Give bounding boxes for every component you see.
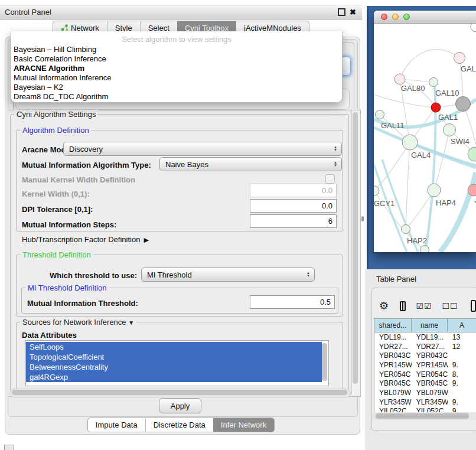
expanded-arrow-icon[interactable]: ▼	[128, 319, 134, 326]
dpi-tolerance-field[interactable]: 0.0	[250, 199, 337, 213]
data-attributes-list[interactable]: SelfLoopsTopologicalCoefficientBetweenne…	[25, 340, 329, 386]
network-node-hap2[interactable]	[402, 225, 410, 234]
column-header-name[interactable]: name	[412, 319, 448, 332]
table-row[interactable]: YPR145WYPR145W9.	[374, 360, 476, 370]
table-hscrollbar-thumb[interactable]	[376, 413, 469, 419]
aracne-mode-value: Discovery	[64, 145, 334, 154]
network-node-swi4[interactable]	[444, 124, 456, 136]
float-window-icon[interactable]	[338, 8, 345, 16]
close-traffic-light-icon[interactable]	[381, 14, 387, 20]
network-node-gal4[interactable]	[402, 135, 418, 150]
columns-icon[interactable]	[400, 301, 406, 311]
network-canvas[interactable]: GALGAL80GAL10GAL1SWI4GAL11GAL4GCY1HAP4YH…	[374, 24, 476, 252]
network-node-gal[interactable]	[454, 53, 465, 64]
table-cell: YPR145W	[412, 361, 448, 369]
apply-button[interactable]: Apply	[159, 398, 201, 413]
minimized-panel-icon[interactable]	[4, 445, 14, 450]
table-cell: YDL19...	[374, 333, 412, 341]
network-edge[interactable]	[400, 50, 459, 79]
network-node-gcy1[interactable]	[374, 186, 379, 195]
table-row[interactable]: YBL079WYBL079W	[374, 388, 476, 397]
kernel-width-field[interactable]: 0.0	[250, 184, 337, 197]
table-cell: 9.	[448, 379, 476, 387]
stepper-icon: ▲▼	[307, 272, 314, 278]
checked-boxes-icon[interactable]: ☑☑	[416, 301, 432, 311]
node-label-gcy1: GCY1	[374, 199, 395, 208]
table-cell: YBL079W	[374, 389, 412, 397]
attributes-scrollbar-thumb[interactable]	[322, 343, 327, 381]
bottom-tab-impute-data[interactable]: Impute Data	[88, 418, 145, 432]
tab-label: Infer Network	[221, 420, 266, 429]
sources-title[interactable]: Sources for Network Inference ▼	[20, 318, 136, 327]
document-icon[interactable]	[471, 300, 476, 312]
table-row[interactable]: YER054CYER054C8.	[374, 370, 476, 379]
mi-steps-field[interactable]: 6	[250, 214, 337, 228]
panel-splitter-handle[interactable]	[361, 216, 364, 221]
network-edge[interactable]	[406, 142, 410, 229]
algorithm-option[interactable]: ARACNE Algorithm	[11, 64, 342, 73]
screen: Control Panel ✖ NetworkStyleSelectCyni T…	[0, 0, 476, 450]
minimize-traffic-light-icon[interactable]	[392, 14, 399, 20]
mi-threshold-definition-title: MI Threshold Definition	[25, 283, 109, 292]
attribute-item-selected[interactable]: BetweennessCentrality	[26, 362, 322, 372]
node-label-gal10: GAL10	[435, 89, 459, 97]
table-panel-title: Table Panel	[376, 275, 416, 283]
node-label-gal80: GAL80	[401, 84, 425, 93]
table-row[interactable]: YBR043CYBR043C	[374, 351, 476, 360]
network-edge[interactable]	[434, 130, 449, 190]
aracne-mode-combo[interactable]: Discovery ▲▼	[63, 142, 342, 156]
network-node[interactable]	[468, 147, 476, 161]
network-edge[interactable]	[374, 164, 407, 252]
table-cell: YIL052C	[412, 407, 448, 412]
table-row[interactable]: YDL19...YDL19...13	[374, 332, 476, 342]
bottom-tab-discretize-data[interactable]: Discretize Data	[145, 418, 213, 432]
table-row[interactable]: YIL052CYIL052C9	[374, 407, 476, 413]
network-node-gal10[interactable]	[429, 78, 438, 87]
algorithm-option[interactable]: Bayesian – K2	[11, 83, 342, 92]
unchecked-boxes-icon[interactable]: ☐☐	[442, 301, 458, 311]
hub-definition-expander[interactable]: Hub/Transcription Factor Definition▶	[22, 235, 149, 244]
tab-label: Discretize Data	[154, 420, 206, 429]
manual-kernel-checkbox[interactable]	[325, 174, 335, 184]
node-label-hap4: HAP4	[436, 198, 456, 207]
mutual-info-threshold-field[interactable]: 0.5	[250, 295, 335, 309]
network-node-hap4[interactable]	[428, 184, 441, 197]
algorithm-option[interactable]: Mutual Information Inference	[11, 73, 342, 83]
table-cell: 13	[448, 333, 476, 341]
column-header-shared[interactable]: shared...	[374, 319, 412, 332]
network-node[interactable]	[420, 246, 429, 253]
network-node[interactable]	[456, 97, 471, 112]
network-window-titlebar[interactable]	[374, 11, 476, 24]
bottom-tab-infer-network[interactable]: Infer Network	[213, 418, 274, 432]
collapsed-arrow-icon[interactable]: ▶	[144, 236, 148, 243]
attribute-item-selected[interactable]: TopologicalCoefficient	[26, 352, 322, 362]
gear-icon[interactable]: ⚙	[379, 299, 389, 312]
close-icon[interactable]: ✖	[350, 8, 356, 17]
algorithm-dropdown-hint: Select algorithm to view settings	[11, 31, 342, 45]
algorithm-option[interactable]: Dream8 DC_TDC Algorithm	[11, 92, 342, 102]
table-row[interactable]: YDR27...YDR27...12	[374, 342, 476, 351]
network-node-gal11[interactable]	[376, 110, 384, 119]
zoom-traffic-light-icon[interactable]	[403, 14, 410, 20]
network-canvas-svg[interactable]: GALGAL80GAL10GAL1SWI4GAL11GAL4GCY1HAP4YH…	[374, 24, 476, 252]
network-node[interactable]	[471, 24, 476, 32]
attribute-item-selected[interactable]: SelfLoops	[26, 342, 322, 352]
algorithm-option[interactable]: Basic Correlation Inference	[11, 54, 342, 64]
table-row[interactable]: YLR345WYLR345W9.	[374, 397, 476, 407]
network-node-gal80[interactable]	[395, 74, 405, 84]
attribute-item-selected[interactable]: gal4RGexp	[26, 372, 322, 382]
node-label-gal: GAL	[461, 64, 476, 73]
network-edge[interactable]	[440, 172, 476, 252]
algorithm-option[interactable]: Bayesian – Hill Climbing	[11, 45, 342, 54]
settings-hscrollbar-thumb[interactable]	[12, 390, 347, 395]
column-header-a[interactable]: A	[448, 319, 476, 332]
mi-type-combo[interactable]: Naive Bayes ▲▼	[159, 157, 342, 171]
network-window[interactable]: GALGAL80GAL10GAL1SWI4GAL11GAL4GCY1HAP4YH…	[374, 11, 476, 252]
network-node-gal1[interactable]	[431, 103, 441, 112]
table-cell: YBR045C	[412, 379, 448, 387]
table-row[interactable]: YBR045CYBR045C9.	[374, 379, 476, 388]
node-label-swi4: SWI4	[451, 137, 470, 146]
settings-scrollbar-thumb[interactable]	[353, 112, 358, 384]
which-threshold-combo[interactable]: MI Threshold ▲▼	[141, 268, 315, 282]
mi-steps-label: Mutual Information Steps:	[22, 220, 116, 229]
